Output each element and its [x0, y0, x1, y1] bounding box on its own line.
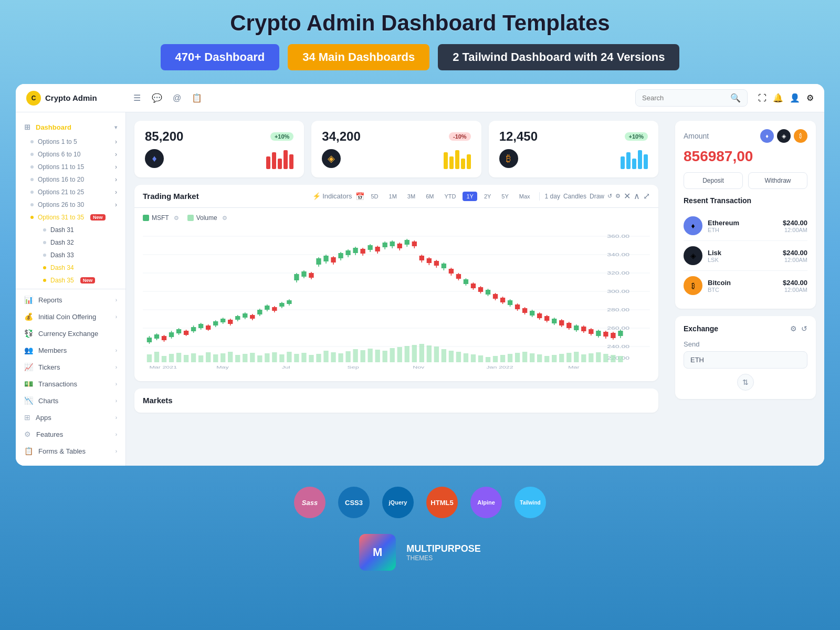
svg-rect-207: [611, 333, 615, 338]
svg-rect-87: [169, 332, 174, 337]
chevron-right-icon: ›: [116, 381, 117, 387]
expand-window-icon[interactable]: ⤢: [643, 191, 650, 201]
candles-label[interactable]: Candles: [563, 193, 586, 200]
close-icon[interactable]: ✕: [624, 191, 631, 201]
exchange-settings-icon[interactable]: ⚙: [790, 324, 797, 333]
svg-rect-31: [265, 353, 269, 362]
withdraw-button[interactable]: Withdraw: [748, 172, 807, 189]
dash-35-item[interactable]: Dash 35 New: [43, 274, 125, 287]
svg-text:Jul: Jul: [282, 365, 290, 369]
indicators-icon[interactable]: ⚡ Indicators: [312, 192, 352, 200]
chevron-right-icon: ›: [116, 297, 117, 303]
lsk-trans-amount: $240.00 12:00AM: [783, 249, 807, 263]
tm-settings-icon[interactable]: ⚙: [615, 193, 621, 200]
chevron-right-icon: ›: [116, 398, 117, 404]
svg-rect-17: [162, 356, 166, 362]
svg-rect-47: [383, 351, 387, 362]
css3-badge: CSS3: [338, 487, 370, 518]
options-11-15[interactable]: Options 11 to 15 ›: [30, 161, 125, 173]
svg-rect-85: [162, 336, 166, 340]
svg-rect-33: [279, 354, 284, 362]
svg-rect-70: [552, 355, 556, 362]
sidebar-item-apps[interactable]: ⊞ Apps ›: [16, 409, 125, 426]
sidebar-item-charts[interactable]: 📉 Charts ›: [16, 392, 125, 409]
interval-label[interactable]: 1 day: [545, 193, 560, 200]
sidebar-item-currency[interactable]: 💱 Currency Exchange: [16, 325, 125, 342]
amount-card: Amount ♦ ◈ ₿ 856987,00 Deposit Withdraw …: [675, 121, 816, 309]
svg-text:Nov: Nov: [413, 365, 425, 369]
eth-coin-icon: ♦: [145, 149, 164, 168]
svg-rect-62: [493, 356, 498, 362]
at-icon[interactable]: @: [171, 92, 183, 104]
menu-icon[interactable]: ☰: [131, 92, 143, 104]
period-ytd[interactable]: YTD: [440, 192, 459, 201]
period-1y[interactable]: 1Y: [463, 192, 477, 201]
period-5y[interactable]: 5Y: [498, 192, 512, 201]
svg-rect-57: [456, 352, 461, 362]
period-1m[interactable]: 1M: [385, 192, 401, 201]
swap-button[interactable]: ⇅: [737, 374, 754, 391]
svg-text:260.00: 260.00: [607, 326, 629, 331]
deposit-button[interactable]: Deposit: [684, 172, 743, 189]
svg-rect-54: [434, 346, 439, 362]
svg-rect-68: [537, 354, 542, 362]
dash-children: Dash 31 Dash 32 Dash 33 Dash 34: [16, 224, 125, 287]
svg-rect-45: [368, 349, 372, 362]
dash-body: ⊞ Dashboard ▾ Options 1 to 5 › O: [16, 112, 824, 466]
sidebar-item-transactions[interactable]: 💵 Transactions ›: [16, 375, 125, 392]
swap-btn-container: ⇅: [684, 374, 807, 391]
sidebar-item-members[interactable]: 👥 Members ›: [16, 342, 125, 359]
svg-rect-123: [301, 271, 306, 277]
lsk-trans-icon: ◈: [684, 246, 702, 265]
markets-title: Markets: [143, 396, 173, 405]
exchange-refresh-icon[interactable]: ↺: [801, 324, 807, 333]
exchange-title: Exchange: [684, 324, 718, 333]
options-26-30[interactable]: Options 26 to 30 ›: [30, 198, 125, 211]
dash-31-item[interactable]: Dash 31: [43, 224, 125, 236]
user-icon[interactable]: 👤: [790, 93, 800, 103]
options-6-10[interactable]: Options 6 to 10 ›: [30, 148, 125, 161]
chat-icon[interactable]: 💬: [151, 92, 163, 104]
svg-rect-32: [272, 352, 277, 362]
sidebar-item-dashboard[interactable]: ⊞ Dashboard ▾: [16, 119, 125, 135]
settings-icon[interactable]: ⚙: [806, 93, 814, 103]
bell-icon[interactable]: 🔔: [773, 93, 783, 103]
refresh-icon[interactable]: ↺: [607, 193, 612, 200]
calendar-icon[interactable]: 📅: [355, 192, 364, 201]
options-21-25[interactable]: Options 21 to 25 ›: [30, 186, 125, 198]
svg-text:340.00: 340.00: [607, 252, 629, 257]
period-2y[interactable]: 2Y: [480, 192, 495, 201]
options-31-35[interactable]: Options 31 to 35 New: [30, 211, 125, 224]
sidebar-item-tickers[interactable]: 📈 Tickers ›: [16, 359, 125, 375]
transaction-eth: ♦ Ethereum ETH $240.00 12:00AM: [684, 211, 807, 241]
brand-logo: C Crypto Admin: [26, 91, 121, 106]
draw-label[interactable]: Draw: [590, 193, 604, 200]
alpine-badge: Alpine: [470, 487, 502, 518]
options-16-20[interactable]: Options 16 to 20 ›: [30, 173, 125, 186]
sidebar-item-features[interactable]: ⚙ Features ›: [16, 426, 125, 443]
legend-msft: MSFT ⚙: [143, 214, 179, 222]
currency-icon: 💱: [24, 329, 33, 338]
sidebar-item-ico[interactable]: 💰 Initial Coin Offering ›: [16, 308, 125, 325]
svg-rect-91: [184, 331, 188, 335]
dash-32-item[interactable]: Dash 32: [43, 236, 125, 249]
svg-rect-34: [287, 352, 291, 362]
minimize-icon[interactable]: ∧: [634, 191, 640, 201]
sidebar-item-forms[interactable]: 📋 Forms & Tables ›: [16, 443, 125, 459]
sidebar-item-reports[interactable]: 📊 Reports ›: [16, 291, 125, 308]
period-max[interactable]: Max: [516, 192, 534, 201]
period-3m[interactable]: 3M: [404, 192, 419, 201]
period-5d[interactable]: 5D: [368, 192, 382, 201]
svg-rect-107: [243, 313, 247, 318]
clipboard-icon[interactable]: 📋: [191, 92, 203, 104]
svg-rect-49: [397, 347, 402, 362]
search-input[interactable]: [642, 94, 726, 102]
send-select[interactable]: ETH BTC LSK XRP: [684, 351, 807, 369]
options-1-5[interactable]: Options 1 to 5 ›: [30, 135, 125, 148]
svg-rect-129: [323, 256, 328, 261]
expand-icon[interactable]: ⛶: [758, 93, 766, 103]
period-6m[interactable]: 6M: [422, 192, 437, 201]
dash-33-item[interactable]: Dash 33: [43, 249, 125, 261]
stat-badge-btc: +10%: [625, 132, 648, 141]
dash-34-item[interactable]: Dash 34: [43, 261, 125, 274]
